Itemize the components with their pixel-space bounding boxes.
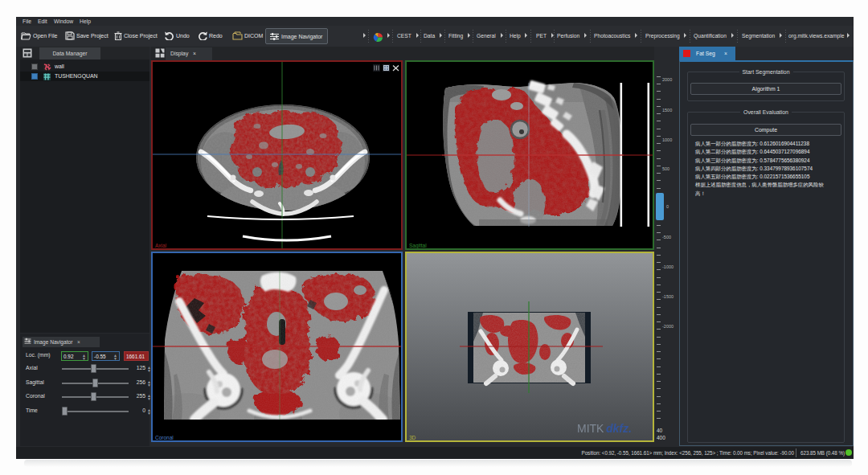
svg-text:dkfz.: dkfz. xyxy=(606,422,632,435)
svg-text:MITK: MITK xyxy=(577,422,604,435)
